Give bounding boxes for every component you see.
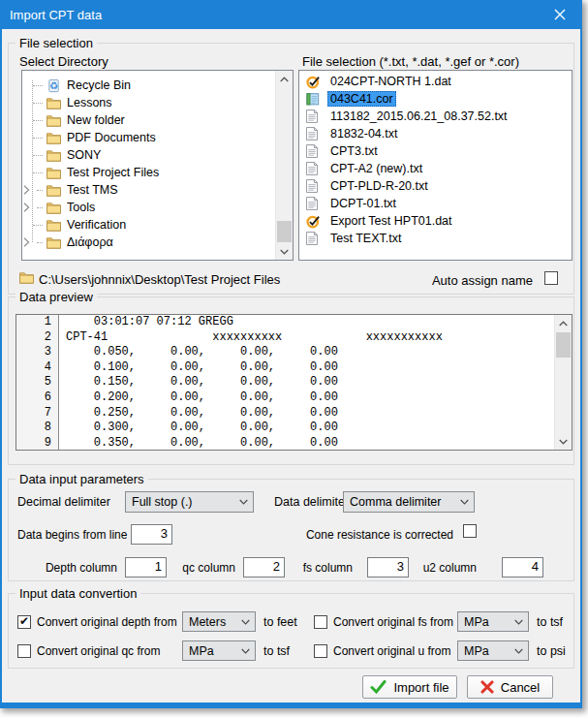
chevron-right-icon[interactable] [23,237,31,247]
data-preview-area[interactable]: 1 03:01:07 07:12 GREGG2CPT-41 xxxxxxxxxx… [15,314,573,451]
file-list-label: File selection (*.txt, *.dat, *.gef or *… [302,54,519,69]
x-icon [480,680,494,694]
file-item[interactable]: CPT-PLD-R-20.txt [299,177,572,195]
titlebar[interactable]: Import CPT data [2,0,580,29]
window-title: Import CPT data [10,8,540,22]
line-number: 7 [16,406,59,421]
cancel-button[interactable]: Cancel [467,675,553,699]
decimal-delimiter-combobox[interactable]: Full stop (.) [125,491,254,513]
convert-label: Convert original fs from [333,615,457,629]
unit-combobox[interactable]: MPa [457,640,529,661]
convert-option: Convert original depth fromMetersto feet [17,611,297,632]
convert-checkbox[interactable] [17,615,31,629]
tree-item-label: SONY [67,148,101,162]
file-item[interactable]: Test TEXT.txt [299,230,572,247]
unit-combobox[interactable]: MPa [182,640,256,661]
tree-item[interactable]: New folder [22,111,293,129]
folder-icon [46,132,61,144]
begins-from-input[interactable]: 3 [131,524,172,545]
tree-connector [37,207,43,208]
tree-item[interactable]: SONY [22,146,293,164]
file-item[interactable]: 81832-04.txt [299,125,572,142]
tree-connector [33,138,43,139]
txt-doc-icon [306,179,322,193]
preview-line: 5 0.150, 0.00, 0.00, 0.00 [16,375,572,390]
tree-connector [33,120,43,121]
line-number: 2 [16,330,59,346]
folder-icon [46,236,61,249]
convert-option: Convert original u fromMPato psi [314,640,566,661]
line-text: 0.100, 0.00, 0.00, 0.00 [59,360,338,376]
file-item[interactable]: CPT-A2 (new).txt [299,160,572,177]
cone-corrected-checkbox[interactable] [463,524,477,538]
convert-to-label: to tsf [537,615,563,629]
close-button[interactable] [540,0,580,29]
file-item[interactable]: CPT3.txt [299,142,572,160]
u2-column-label: u2 column [400,561,477,575]
import-cpt-dialog: Import CPT data File selection Select Di… [0,0,582,708]
scroll-up-button[interactable] [276,71,293,87]
chevron-down-icon [514,619,523,625]
line-number: 1 [16,315,59,330]
line-text: 0.350, 0.00, 0.00, 0.00 [59,436,338,451]
tree-scrollbar[interactable] [275,71,293,260]
folder-icon [19,271,34,284]
line-number: 5 [16,375,59,390]
preview-line: 9 0.350, 0.00, 0.00, 0.00 [16,436,572,451]
auto-assign-checkbox[interactable] [544,271,558,285]
file-item[interactable]: 113182_2015.06.21_08.37.52.txt [299,108,572,125]
line-number: 9 [16,436,59,451]
data-input-group-label: Data input parameters [15,472,148,486]
preview-line: 8 0.300, 0.00, 0.00, 0.00 [16,421,572,436]
scroll-up-icon [280,77,289,82]
u2-column-input[interactable]: 4 [502,557,543,578]
folder-icon [46,219,61,232]
directory-tree[interactable]: ♻Recycle BinLessonsNew folderPDF Documen… [21,70,294,261]
tree-item[interactable]: Test TMS [22,181,293,199]
unit-combobox[interactable]: Meters [182,611,256,632]
tree-scrollbar-thumb[interactable] [277,221,292,242]
check-icon [370,680,387,694]
convert-to-label: to psi [537,644,566,658]
preview-line: 3 0.050, 0.00, 0.00, 0.00 [16,345,572,360]
tree-item[interactable]: Tools [22,199,293,216]
tree-connector [37,242,43,243]
scroll-down-button[interactable] [276,243,293,260]
line-number: 6 [16,390,59,406]
tree-item-label: Lessons [67,96,112,109]
dat-check-icon [306,75,322,89]
chevron-down-icon [514,648,523,654]
preview-scrollbar-thumb[interactable] [556,332,571,358]
cor-note-icon [306,92,322,106]
chevron-right-icon[interactable] [23,203,31,212]
file-item[interactable]: DCPT-01.txt [299,195,572,212]
tree-item[interactable]: Διάφορα [22,234,293,251]
tree-item[interactable]: Test Project Files [22,164,293,181]
file-list[interactable]: 024CPT-NORTH 1.dat043C41.cor113182_2015.… [298,70,573,261]
recycle-bin-icon: ♻ [46,78,61,93]
tree-item-label: Recycle Bin [67,78,131,92]
convert-checkbox[interactable] [314,615,327,629]
import-file-button[interactable]: Import file [362,675,457,699]
tree-item[interactable]: PDF Documents [22,129,293,146]
convert-checkbox[interactable] [17,644,31,658]
scroll-down-button[interactable] [555,433,572,450]
preview-line: 4 0.100, 0.00, 0.00, 0.00 [16,360,572,376]
file-item[interactable]: Export Test HPT01.dat [299,212,572,230]
scroll-up-button[interactable] [555,315,572,331]
select-directory-label: Select Directory [19,54,108,69]
tree-item[interactable]: Lessons [22,94,293,111]
file-item[interactable]: 024CPT-NORTH 1.dat [299,73,572,90]
file-item[interactable]: 043C41.cor [299,90,572,108]
tree-connector [33,225,43,226]
auto-assign-label: Auto assign name [351,273,533,288]
chevron-right-icon[interactable] [23,185,31,195]
tree-item[interactable]: ♻Recycle Bin [22,77,293,94]
convert-checkbox[interactable] [314,644,327,658]
tree-item[interactable]: Verification [22,216,293,234]
data-delimiter-combobox[interactable]: Comma delimiter [343,491,475,513]
unit-combobox[interactable]: MPa [457,611,529,632]
preview-scrollbar[interactable] [554,315,572,450]
scroll-down-icon [280,249,289,255]
qc-column-label: qc column [157,561,235,575]
